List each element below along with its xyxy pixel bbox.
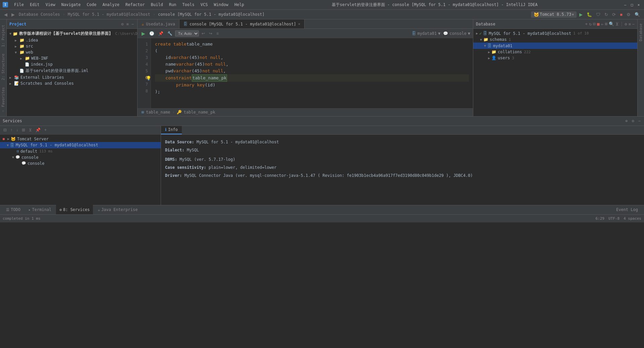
services-settings-icon[interactable]: ⚙ [631, 118, 635, 124]
debug-button[interactable]: 🐛 [585, 11, 593, 18]
menu-navigate[interactable]: Navigate [59, 2, 84, 8]
db-cols-icon[interactable]: ⊞ [605, 21, 607, 26]
breadcrumb-pk[interactable]: table_name_pk [184, 110, 215, 115]
db-minimize-icon[interactable]: − [632, 22, 635, 26]
tab-console[interactable]: 🗄 console [MySQL for 5.1 - mydata01@loca… [179, 19, 305, 29]
svc-collapse-all-button[interactable]: ⊟ [2, 127, 8, 133]
run-button[interactable]: ▶ [578, 11, 584, 18]
tree-item-root[interactable]: ▼ 📁 教学版本课程设计【基于servlet的登录注册界面】 C:\Users\… [7, 30, 137, 37]
menu-file[interactable]: File [11, 2, 26, 8]
coverage-button[interactable]: 🛡 [595, 11, 602, 18]
search-toolbar-button[interactable]: 🔍 [633, 11, 641, 18]
db-item-schemas[interactable]: ▼ 📁 schemas 1 [473, 37, 637, 43]
tree-item-indexjsp[interactable]: 📄 index.jsp [7, 61, 137, 67]
tree-item-extlibs[interactable]: ▶ 📚 External Libraries [7, 74, 137, 80]
menu-window[interactable]: Window [211, 2, 231, 8]
settings-button[interactable]: ⚙ [625, 11, 632, 18]
maximize-button[interactable]: □ [629, 2, 635, 7]
database-right-tab[interactable]: Database [637, 21, 644, 44]
close-button[interactable]: ✕ [636, 2, 641, 7]
service-item-console-leaf[interactable]: 💬 console [0, 160, 161, 166]
history-button[interactable]: 🕐 [148, 30, 156, 37]
tree-item-scratches[interactable]: ▶ 📝 Scratches and Consoles [7, 80, 137, 86]
menu-vcs[interactable]: VCS [198, 2, 211, 8]
tab-java-enterprise[interactable]: ☕ Java Enterprise [94, 205, 141, 214]
menu-build[interactable]: Build [148, 2, 166, 8]
execute-button[interactable]: ▶ [140, 30, 147, 37]
undo-button[interactable]: ↩ [200, 30, 206, 37]
db-filter-icon[interactable]: ⊟ [593, 21, 596, 26]
project-panel-expand-icon[interactable]: ≡ [126, 21, 129, 27]
tab-todo[interactable]: ☰ TODO [3, 205, 24, 214]
tab-services[interactable]: ⚙ 8: Services [56, 205, 93, 214]
db-item-users[interactable]: ▶ 👤 users 3 [473, 55, 637, 61]
tab-event-log[interactable]: Event Log [613, 205, 641, 214]
menu-code[interactable]: Code [84, 2, 99, 8]
structure-side-tab[interactable]: 2: Structure [0, 51, 7, 83]
db-settings-icon[interactable]: ⚙ [625, 22, 627, 26]
menu-run[interactable]: Run [166, 2, 179, 8]
svc-group-button[interactable]: ⊞ [20, 127, 26, 133]
services-add-icon[interactable]: ⊕ [625, 118, 628, 124]
breadcrumb-db-consoles[interactable]: Database Consoles [19, 12, 60, 17]
tree-item-src[interactable]: ▶ 📁 src [7, 43, 137, 49]
schema-sync-button[interactable]: 🔧 [166, 30, 174, 37]
nav-back-button[interactable]: ◀ [3, 11, 9, 18]
tab-usedata[interactable]: ☕ Usedata.java [138, 19, 179, 29]
svc-add-button[interactable]: + [43, 127, 48, 133]
svc-down-button[interactable]: ↓ [15, 127, 19, 133]
redo-button[interactable]: ↪ [208, 30, 214, 37]
info-tab-info[interactable]: ℹ Info [161, 126, 182, 135]
svc-filter-button[interactable]: ⊻ [28, 127, 33, 133]
services-minimize-icon[interactable]: − [638, 118, 641, 124]
tomcat-selector[interactable]: 🐱 Tomcat 8.5.73 ▼ [531, 11, 577, 18]
db-item-collations[interactable]: ▶ 📁 collations 222 [473, 49, 637, 55]
svc-pin-button[interactable]: 📌 [34, 127, 42, 133]
code-content[interactable]: create table table_name ( id varchar (45… [151, 38, 473, 108]
db-edit-icon[interactable]: ✏ [601, 21, 604, 26]
tree-item-idea[interactable]: ▶ 📁 .idea [7, 37, 137, 43]
tx-mode-select[interactable]: Tx: Auto [175, 30, 199, 37]
status-position[interactable]: 6:29 [595, 216, 604, 221]
service-item-default[interactable]: ⊡ default 113 ms [0, 148, 161, 154]
db-sql-icon[interactable]: 🔍 [609, 21, 614, 26]
menu-refactor[interactable]: Refactor [123, 2, 148, 8]
db-expand-icon[interactable]: ≡ [629, 22, 631, 26]
service-item-mysql[interactable]: ▼ 🗄 MySQL for 5.1 - mydata01@localhost [0, 142, 161, 148]
format-button[interactable]: ≡ [215, 30, 220, 37]
project-side-tab[interactable]: 1: Project [0, 22, 7, 50]
db-item-connection[interactable]: ▶ ✓ 🗄 MySQL for 5.1 - mydata01@localhost… [473, 30, 637, 37]
connection-indicator[interactable]: 🗄 mydata01 ▼ [412, 31, 440, 36]
status-indent[interactable]: 4 spaces [624, 216, 641, 221]
pin-button[interactable]: 📌 [157, 30, 165, 37]
menu-help[interactable]: Help [232, 2, 247, 8]
tab-console-close-icon[interactable]: ✕ [298, 22, 301, 26]
tree-item-webinf[interactable]: ▶ 📁 WEB-INF [7, 55, 137, 61]
project-panel-settings-icon[interactable]: ⚙ [120, 21, 124, 27]
db-item-mydata01[interactable]: ▼ 🗄 mydata01 [473, 43, 637, 49]
console-indicator[interactable]: 💬 console ▼ [443, 31, 470, 36]
tab-terminal[interactable]: ▸ Terminal [25, 205, 55, 214]
service-item-tomcat[interactable]: ■ ▶ 🐱 Tomcat Server [0, 136, 161, 142]
menu-view[interactable]: View [43, 2, 58, 8]
breadcrumb-table[interactable]: table_name [146, 110, 170, 115]
db-add-icon[interactable]: + [585, 21, 588, 26]
status-encoding[interactable]: UTF-8 [608, 216, 620, 221]
stop-button[interactable]: ■ [619, 11, 624, 18]
project-panel-close-icon[interactable]: − [131, 21, 135, 27]
menu-tools[interactable]: Tools [180, 2, 197, 8]
nav-forward-button[interactable]: ▶ [10, 11, 16, 18]
minimize-button[interactable]: — [623, 2, 628, 7]
breadcrumb-mysql-conn[interactable]: MySQL for 5.1 - mydata01@localhost [68, 12, 150, 17]
db-funnel-icon[interactable]: ⊻ [615, 21, 619, 26]
code-editor[interactable]: 1 2 3 4 5 6 💡 7 8 create table table_nam… [138, 38, 473, 108]
tree-item-web[interactable]: ▼ 📁 web [7, 49, 137, 55]
service-item-console-parent[interactable]: ▼ 💬 console [0, 154, 161, 160]
refresh-button[interactable]: ↻ [603, 11, 609, 18]
menu-edit[interactable]: Edit [27, 2, 42, 8]
svc-up-button[interactable]: ↑ [9, 127, 14, 133]
tree-item-iml[interactable]: 📄 基于servlet的登录注册界面.iml [7, 67, 137, 74]
favorites-side-tab[interactable]: ☆ Favorites [0, 84, 7, 116]
menu-analyze[interactable]: Analyze [100, 2, 122, 8]
breadcrumb-console[interactable]: console [MySQL for 5.1 - mydata01@localh… [158, 12, 265, 17]
